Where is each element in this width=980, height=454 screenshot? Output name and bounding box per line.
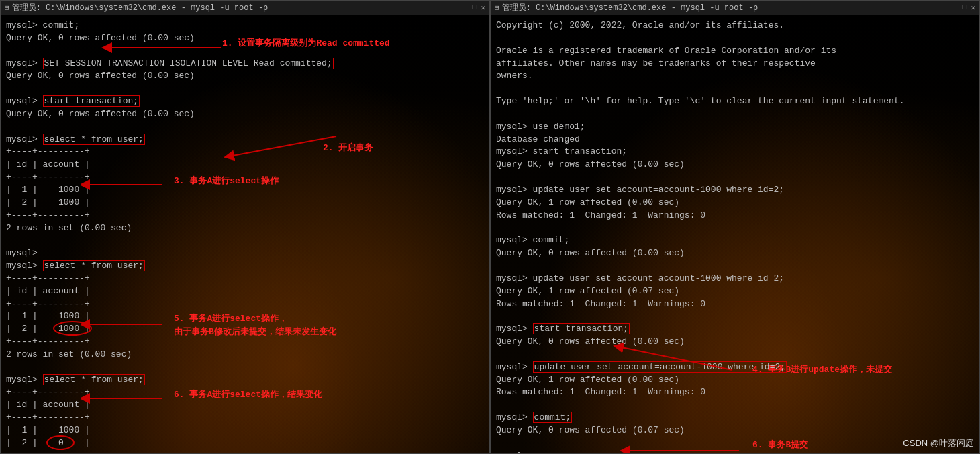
line-2: Query OK, 0 rows affected (0.00 sec)	[6, 32, 484, 45]
line-select1: mysql> select * from user;	[6, 134, 484, 146]
r-line-copyright: Copyright (c) 2000, 2022, Oracle and/or …	[496, 19, 974, 32]
table2-footer: +----+---------+	[6, 336, 484, 349]
line-set-session: mysql> SET SESSION TRANSACTION ISOLATION…	[6, 58, 484, 71]
left-title-bar: ⊞ 管理员: C:\Windows\system32\cmd.exe - mys…	[1, 1, 489, 15]
right-content-inner: Copyright (c) 2000, 2022, Oracle and/or …	[496, 19, 974, 453]
r-line-commit2-result: Query OK, 0 rows affected (0.07 sec)	[496, 424, 974, 437]
r-line-update3-result: Query OK, 1 row affected (0.00 sec)	[496, 374, 974, 387]
table3-footer: +----+---------+	[6, 450, 484, 453]
table3-row2: | 2 | 0 |	[6, 437, 484, 450]
r-line-usedemo: mysql> use demo1;	[496, 121, 974, 134]
table1-rowcount: 2 rows in set (0.00 sec)	[6, 222, 484, 235]
line-prompt-alone: mysql>	[6, 247, 484, 260]
left-content: mysql> commit; Query OK, 0 rows affected…	[1, 15, 489, 453]
table2-row2: | 2 | 1000 |	[6, 323, 484, 336]
table1-header: +----+---------+ | id | account | +----+…	[6, 146, 484, 184]
line-start-tx: mysql> start transaction;	[6, 95, 484, 108]
r-line-oracle1: Oracle is a registered trademark of Orac…	[496, 45, 974, 58]
r-line-help: Type 'help;' or '\h' for help. Type '\c'…	[496, 95, 974, 108]
table1-footer: +----+---------+	[6, 210, 484, 222]
left-terminal: ⊞ 管理员: C:\Windows\system32\cmd.exe - mys…	[0, 0, 490, 454]
r-line-oracle2: affiliates. Other names may be trademark…	[496, 58, 974, 71]
minimize-icon[interactable]: ─	[464, 3, 469, 12]
table2-row1: | 1 | 1000 |	[6, 310, 484, 323]
r-line-commit1: mysql> commit;	[496, 234, 974, 247]
right-terminal: ⊞ 管理员: C:\Windows\system32\cmd.exe - mys…	[490, 0, 980, 454]
r-line-blank9	[496, 399, 974, 412]
left-title-text: 管理员: C:\Windows\system32\cmd.exe - mysql…	[12, 2, 268, 13]
table2-header: +----+---------+ | id | account | +----+…	[6, 273, 484, 311]
table1-row2: | 2 | 1000 |	[6, 197, 484, 210]
table1-row1: | 1 | 1000 |	[6, 184, 484, 197]
r-line-starttx-result: Query OK, 0 rows affected (0.00 sec)	[496, 158, 974, 171]
table3-header: +----+---------+ | id | account | +----+…	[6, 386, 484, 424]
r-line-update1: mysql> update user set account=account-1…	[496, 184, 974, 197]
r-line-update2-rows: Rows matched: 1 Changed: 1 Warnings: 0	[496, 298, 974, 311]
r-line-update1-result: Query OK, 1 row affected (0.00 sec)	[496, 197, 974, 210]
r-line-commit2: mysql> commit;	[496, 412, 974, 424]
r-line-final-prompt: mysql>	[496, 450, 974, 453]
r-line-update3: mysql> update user set account=account-1…	[496, 361, 974, 374]
r-line-starttx2: mysql> start transaction;	[496, 323, 974, 336]
r-line-blank4	[496, 171, 974, 184]
table2-rowcount: 2 rows in set (0.00 sec)	[6, 349, 484, 361]
line-start-tx-result: Query OK, 0 rows affected (0.00 sec)	[6, 108, 484, 121]
line-blank-1	[6, 45, 484, 58]
right-terminal-icon: ⊞	[495, 3, 499, 12]
r-line-oracle3: owners.	[496, 70, 974, 83]
line-select3: mysql> select * from user;	[6, 374, 484, 387]
r-line-starttx2-result: Query OK, 0 rows affected (0.00 sec)	[496, 336, 974, 349]
r-line-blank1	[496, 32, 974, 45]
r-line-blank6	[496, 260, 974, 273]
r-line-commit1-result: Query OK, 0 rows affected (0.00 sec)	[496, 247, 974, 260]
right-minimize-icon[interactable]: ─	[954, 3, 959, 12]
right-close-icon[interactable]: ✕	[971, 3, 975, 12]
line-blank-4	[6, 234, 484, 247]
line-1: mysql> commit;	[6, 19, 484, 32]
r-line-blank10	[496, 437, 974, 450]
right-content: Copyright (c) 2000, 2022, Oracle and/or …	[491, 15, 979, 453]
line-blank-5	[6, 361, 484, 374]
r-line-update2-result: Query OK, 1 row affected (0.07 sec)	[496, 285, 974, 298]
r-line-blank7	[496, 310, 974, 323]
r-line-blank5	[496, 222, 974, 235]
close-icon[interactable]: ✕	[481, 3, 485, 12]
line-blank-2	[6, 83, 484, 95]
r-line-blank2	[496, 83, 974, 95]
r-line-update2: mysql> update user set account=account-1…	[496, 273, 974, 285]
restore-icon[interactable]: □	[473, 3, 477, 12]
right-title-text: 管理员: C:\Windows\system32\cmd.exe - mysql…	[502, 2, 758, 13]
terminal-icon: ⊞	[5, 3, 9, 12]
table3-row1: | 1 | 1000 |	[6, 424, 484, 437]
r-line-blank3	[496, 108, 974, 121]
right-title-bar: ⊞ 管理员: C:\Windows\system32\cmd.exe - mys…	[491, 1, 979, 15]
line-blank-3	[6, 121, 484, 134]
left-content-inner: mysql> commit; Query OK, 0 rows affected…	[6, 19, 484, 453]
r-line-starttx: mysql> start transaction;	[496, 146, 974, 158]
line-select2: mysql> select * from user;	[6, 260, 484, 273]
right-restore-icon[interactable]: □	[963, 3, 967, 12]
line-set-session-result: Query OK, 0 rows affected (0.00 sec)	[6, 70, 484, 83]
r-line-blank8	[496, 349, 974, 361]
r-line-update1-rows: Rows matched: 1 Changed: 1 Warnings: 0	[496, 210, 974, 222]
r-line-update3-rows: Rows matched: 1 Changed: 1 Warnings: 0	[496, 386, 974, 399]
r-line-dbchanged: Database changed	[496, 134, 974, 146]
